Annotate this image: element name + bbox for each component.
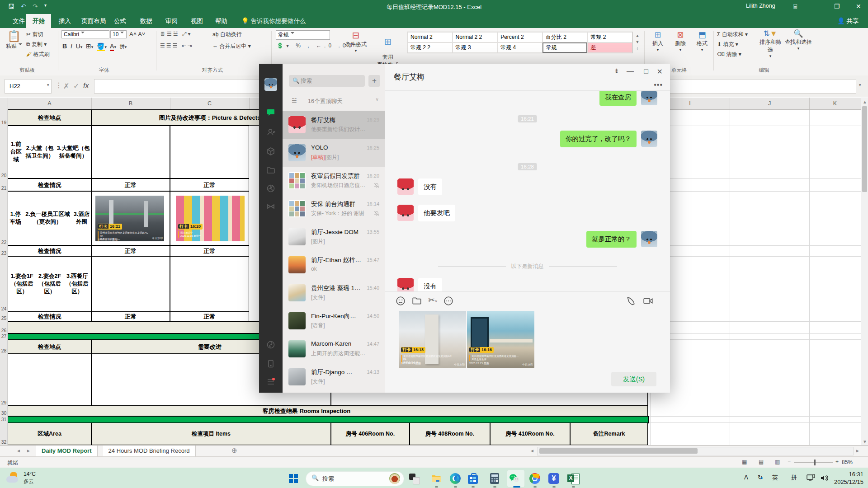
chat-list-item-7[interactable]: 贵州空港 蔡瑶 1…15:40[文件]: [283, 279, 385, 307]
font-size-select[interactable]: 10: [110, 30, 127, 38]
align-middle-icon[interactable]: ☰: [167, 31, 173, 37]
menu-tab-3[interactable]: 插入: [52, 14, 77, 28]
channels-tab-icon[interactable]: [266, 202, 275, 211]
cell-style-Normal 2[interactable]: Normal 2: [407, 32, 453, 42]
name-box[interactable]: H22: [5, 79, 52, 94]
increase-decimal-icon[interactable]: ←.0: [316, 42, 334, 49]
cell-style-常规 2 2[interactable]: 常规 2 2: [407, 42, 453, 53]
cell-header32-6[interactable]: 备注Remark: [570, 422, 648, 445]
draft-image-2[interactable]: 打卡16:16贵州省贵阳市南明区龙洞堡街道见龙洞路…凤凰金综合体2025.12.…: [467, 311, 534, 368]
chat-list-item-8[interactable]: Fin-Pur-Ken向…14:50[语音]: [283, 307, 385, 335]
close-button[interactable]: ✕: [856, 3, 861, 10]
chats-tab-icon[interactable]: [266, 108, 275, 117]
search-input[interactable]: 🔍 搜索: [289, 75, 365, 87]
menu-more-icon[interactable]: [266, 377, 275, 386]
inspection-photo-1[interactable]: 打卡16:21贵州省贵阳市南明区龙洞堡街道见龙洞路AC PA凤凰金综合体2025…: [95, 196, 164, 241]
yuan-app-icon[interactable]: ¥: [547, 472, 561, 485]
page-break-icon[interactable]: ▥: [775, 459, 780, 465]
cell-B25[interactable]: 正常: [91, 312, 170, 321]
cell-header32-5[interactable]: 房号 410Room No.: [490, 422, 570, 445]
video-call-icon[interactable]: [643, 296, 654, 306]
row-header-24[interactable]: 24: [0, 256, 8, 312]
italic-button[interactable]: I: [71, 42, 72, 50]
hscroll-right-icon[interactable]: ►: [855, 449, 860, 453]
normal-view-icon[interactable]: ▦: [742, 459, 747, 465]
format-cells-button[interactable]: ⬒ 格式▾: [692, 30, 712, 52]
chat-list-item-10[interactable]: 前厅-Django …14:13[文件]: [283, 363, 385, 391]
align-right-icon[interactable]: ☰: [173, 42, 179, 49]
wrap-text-button[interactable]: ab͍ 自动换行: [212, 31, 242, 38]
chat-list-item-6[interactable]: 前厅-Ethan 赵梓…15:47ok: [283, 251, 385, 279]
column-header-A[interactable]: A: [8, 98, 92, 109]
chat-history-icon[interactable]: [443, 296, 453, 306]
weather-icon[interactable]: [6, 471, 21, 485]
align-top-icon[interactable]: 🗏: [160, 31, 167, 37]
fill-color-icon[interactable]: 🪣: [97, 42, 104, 51]
message-area[interactable]: 我在查房16:21你的过完了，改了吗？16:28没有他要发吧就是正常的？以下是新…: [385, 91, 670, 291]
message-bubble-3[interactable]: 你的过完了，改了吗？: [560, 131, 637, 147]
share-button[interactable]: 👤 共享: [831, 14, 865, 28]
cell-header32-4[interactable]: 房号 408Room No.: [410, 422, 490, 445]
number-format-select[interactable]: 常规: [276, 30, 330, 40]
wechat-self-avatar[interactable]: [264, 78, 277, 91]
account-name[interactable]: Lilith Zhong: [746, 3, 775, 9]
contacts-tab-icon[interactable]: [266, 128, 275, 137]
favorites-tab-icon[interactable]: [266, 147, 275, 156]
tray-date[interactable]: 2025/12/15: [822, 479, 863, 485]
merge-center-button[interactable]: ⇔ 合并后居中 ▾: [212, 42, 251, 50]
row-header-29[interactable]: 29: [0, 354, 8, 406]
copy-button[interactable]: ⧉ 复制 ▾: [26, 41, 47, 48]
underline-button[interactable]: U: [76, 42, 80, 50]
screenshot-icon[interactable]: ✂˅: [428, 295, 437, 305]
cell-style-常规 2[interactable]: 常规 2: [587, 32, 632, 42]
cell-style-常规[interactable]: 常规: [542, 42, 588, 53]
bold-button[interactable]: B: [62, 42, 67, 50]
cell-A22[interactable]: 1.停车场2.负一楼员工区域（更衣间）3.酒店外围: [8, 191, 91, 245]
format-painter-button[interactable]: 🖌 格式刷: [26, 51, 49, 58]
shrink-font-icon[interactable]: A˅: [138, 31, 145, 38]
wechat-close-icon[interactable]: ✕: [657, 67, 663, 76]
cell-header32-3[interactable]: 房号 406Room No.: [331, 422, 410, 445]
cell-C20[interactable]: [170, 126, 249, 178]
cell-A29[interactable]: [8, 354, 91, 406]
cell-header32-1[interactable]: 区域Area: [8, 422, 91, 445]
voice-call-icon[interactable]: [626, 296, 636, 306]
gallery-scroll[interactable]: ▲▼⤓: [634, 33, 641, 52]
chat-list-item-1[interactable]: 餐厅艾梅16:29他要重新给我们设计项目: [283, 111, 385, 139]
message-bubble-5[interactable]: 没有: [418, 178, 442, 195]
send-file-icon[interactable]: [412, 296, 422, 306]
file-explorer-icon[interactable]: [429, 472, 443, 485]
cell-A25[interactable]: 检查情况: [8, 312, 91, 321]
edge-icon[interactable]: [448, 472, 462, 485]
cell-C23[interactable]: 正常: [170, 245, 249, 256]
cell-style-Normal 2 2[interactable]: Normal 2 2: [453, 32, 498, 42]
restore-button[interactable]: ❐: [834, 3, 840, 10]
hscroll-left-icon[interactable]: ◄: [530, 449, 534, 453]
align-center-icon[interactable]: ☰: [166, 42, 173, 49]
vertical-scrollbar[interactable]: ▲ ▼: [861, 98, 868, 446]
cell-B20[interactable]: [91, 126, 170, 178]
cell-B23[interactable]: 正常: [91, 245, 170, 256]
scroll-up-icon[interactable]: ▲: [861, 98, 868, 104]
chrome-icon[interactable]: [528, 472, 542, 485]
phonetic-icon[interactable]: 拼▾: [120, 44, 127, 49]
add-chat-button[interactable]: +: [368, 75, 380, 87]
menu-tab-6[interactable]: 数据: [134, 14, 159, 28]
moments-tab-icon[interactable]: [266, 184, 275, 193]
draft-image-1[interactable]: 打卡16:18贵州省贵阳市南明区龙洞堡街道见龙洞路AC PA凤凰金综合体2025…: [399, 311, 466, 368]
cell-C25[interactable]: 正常: [170, 312, 249, 321]
sheet-next-icon[interactable]: ►: [26, 449, 31, 453]
select-all-corner[interactable]: [0, 98, 8, 109]
zoom-out-icon[interactable]: −: [788, 459, 791, 465]
mini-program-icon[interactable]: [266, 340, 275, 349]
conversation-more-icon[interactable]: •••: [654, 81, 663, 89]
conditional-formatting-button[interactable]: ⊟ 条件格式▾: [341, 30, 370, 53]
cancel-entry-icon[interactable]: ✗: [63, 82, 69, 90]
pinned-chats-header[interactable]: ☱ 16个置顶聊天 ˅: [283, 92, 385, 111]
pin-window-icon[interactable]: ⇟: [614, 67, 619, 75]
row-header-27[interactable]: 27: [0, 333, 8, 340]
cell-A20[interactable]: 1.前台区域2.大堂（包括卫生间）3.大堂吧（包括备餐间）: [8, 126, 91, 178]
cell-A19[interactable]: 检查地点: [8, 109, 91, 126]
chat-list-item-2[interactable]: YOLO16:25[草稿][图片]: [283, 139, 385, 167]
accounting-format-icon[interactable]: 💲▾: [277, 42, 292, 49]
